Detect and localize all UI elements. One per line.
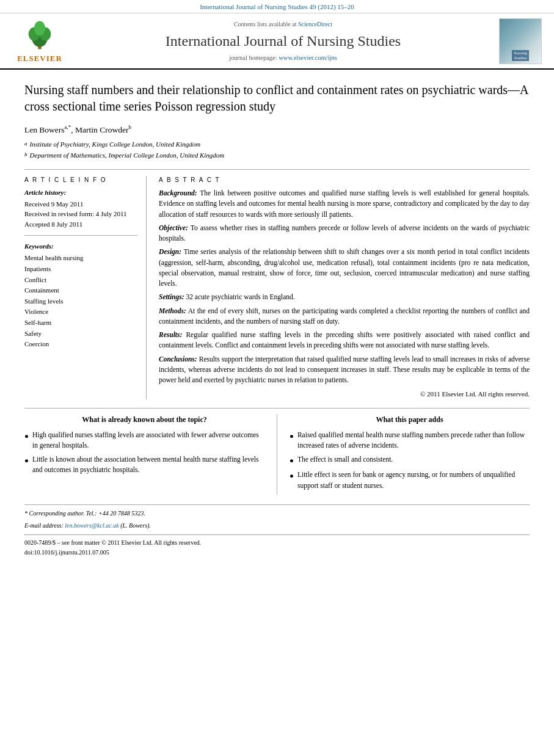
homepage-line: journal homepage: www.elsevier.com/ijns (73, 54, 493, 63)
abstract-methods: Methods: At the end of every shift, nurs… (159, 306, 530, 327)
keyword-7: Self-harm (24, 318, 137, 329)
keywords-section: Keywords: Mental health nursing Inpatien… (24, 242, 137, 350)
thumb-label: NursingStudies (512, 50, 530, 62)
objective-label: Objective: (159, 224, 188, 231)
author2-name: Martin Crowder (75, 125, 128, 134)
abstract-text: Background: The link between positive ou… (159, 188, 530, 399)
affil1-sup: a (24, 139, 27, 150)
methods-label: Methods: (159, 307, 186, 314)
corresponding-note: * Corresponding author. Tel.: +44 20 784… (24, 509, 530, 518)
abstract-design: Design: Time series analysis of the rela… (159, 247, 530, 289)
sciencedirect-link[interactable]: ScienceDirect (298, 21, 332, 27)
elsevier-logo: ELSEVIER (12, 18, 67, 64)
abstract-results: Results: Regular qualified nurse staffin… (159, 330, 530, 351)
main-content: Nursing staff numbers and their relation… (0, 70, 554, 564)
affil1-line: a Institute of Psychiatry, Kings College… (24, 139, 530, 150)
adds-bullet-icon-3: ● (290, 471, 294, 481)
footnote-area: * Corresponding author. Tel.: +44 20 784… (24, 504, 530, 558)
bottom-info-box: What is already known about the topic? ●… (24, 415, 530, 495)
footer-hr (24, 534, 530, 536)
methods-text: At the end of every shift, nurses on the… (159, 307, 530, 325)
background-text: The link between positive outcomes and q… (159, 189, 530, 218)
abstract-column: A B S T R A C T Background: The link bet… (159, 176, 530, 399)
settings-text: 32 acute psychiatric wards in England. (186, 293, 294, 300)
keyword-list: Mental health nursing Inpatients Conflic… (24, 253, 137, 349)
journal-center-info: Contents lists available at ScienceDirec… (73, 20, 493, 63)
affil2-line: b Department of Mathematics, Imperial Co… (24, 150, 530, 161)
revised-date: Received in revised form: 4 July 2011 (24, 209, 137, 219)
journal-title-header: International Journal of Nursing Studies (73, 31, 493, 52)
authors-line: Len Bowersa,*, Martin Crowderb (24, 123, 530, 136)
keyword-3: Conflict (24, 275, 137, 286)
bottom-divider (24, 408, 530, 409)
keyword-4: Containment (24, 285, 137, 296)
journal-header: ELSEVIER Contents lists available at Sci… (0, 13, 554, 69)
email-label: E-mail address: (24, 522, 64, 529)
keywords-label: Keywords: (24, 242, 137, 251)
conclusions-label: Conclusions: (159, 355, 197, 363)
adds-bullets: ● Raised qualified mental health nurse s… (290, 430, 530, 491)
bullet-icon-2: ● (24, 456, 29, 466)
doi-line: doi:10.1016/j.ijnurstu.2011.07.005 (24, 548, 530, 558)
sciencedirect-line: Contents lists available at ScienceDirec… (73, 20, 493, 29)
elsevier-tree-icon (21, 18, 58, 52)
results-text: Regular qualified nurse staffing levels … (159, 331, 530, 349)
abstract-heading: A B S T R A C T (159, 176, 530, 184)
article-body-columns: A R T I C L E I N F O Article history: R… (24, 169, 530, 399)
known-bullet-2: ● Little is known about the association … (24, 454, 264, 476)
abstract-conclusions: Conclusions: Results support the interpr… (159, 354, 530, 386)
keyword-5: Staffing levels (24, 296, 137, 307)
accepted-date: Accepted 8 July 2011 (24, 219, 137, 230)
elsevier-brand-text: ELSEVIER (17, 53, 62, 64)
journal-reference-bar: International Journal of Nursing Studies… (0, 0, 554, 13)
adds-bullet-3: ● Little effect is seen for bank or agen… (290, 470, 530, 491)
abstract-background: Background: The link between positive ou… (159, 188, 530, 220)
adds-bullet-2: ● The effect is small and consistent. (290, 454, 530, 466)
bullet-icon-1: ● (24, 431, 29, 442)
author1-name: Len Bowers (24, 125, 65, 134)
copyright-line: © 2011 Elsevier Ltd. All rights reserved… (159, 389, 530, 399)
objective-text: To assess whether rises in staffing numb… (159, 224, 530, 242)
info-divider (24, 235, 137, 236)
adds-bullet-icon-2: ● (290, 456, 294, 466)
article-history-section: Article history: Received 9 May 2011 Rec… (24, 188, 137, 229)
affil2-text: Department of Mathematics, Imperial Coll… (30, 150, 225, 161)
article-info-heading: A R T I C L E I N F O (24, 176, 137, 184)
keyword-1: Mental health nursing (24, 253, 137, 264)
known-bullet-1: ● High qualified nurses staffing levels … (24, 430, 264, 451)
adds-bullet-icon-1: ● (290, 431, 294, 442)
keyword-8: Safety (24, 329, 137, 340)
adds-bullet-1: ● Raised qualified mental health nurse s… (290, 430, 530, 451)
email-line: E-mail address: len.bowers@kcl.ac.uk (L.… (24, 521, 530, 531)
keyword-2: Inpatients (24, 264, 137, 275)
affiliations: a Institute of Psychiatry, Kings College… (24, 139, 530, 161)
received-date: Received 9 May 2011 (24, 199, 137, 209)
journal-reference-text: International Journal of Nursing Studies… (200, 3, 354, 10)
keyword-9: Coercion (24, 339, 137, 350)
article-info-column: A R T I C L E I N F O Article history: R… (24, 176, 147, 399)
affil2-sup: b (24, 150, 27, 161)
adds-box: What this paper adds ● Raised qualified … (290, 415, 530, 495)
background-label: Background: (159, 189, 197, 197)
paper-title: Nursing staff numbers and their relation… (24, 82, 530, 115)
known-heading: What is already known about the topic? (24, 415, 264, 425)
journal-thumbnail: NursingStudies (499, 18, 542, 64)
keyword-6: Violence (24, 307, 137, 318)
homepage-link[interactable]: www.elsevier.com/ijns (279, 54, 337, 61)
abstract-objective: Objective: To assess whether rises in st… (159, 223, 530, 244)
abstract-settings: Settings: 32 acute psychiatric wards in … (159, 292, 530, 302)
email-suffix: (L. Bowers). (120, 522, 151, 529)
settings-label: Settings: (159, 293, 184, 300)
corresponding-text: * Corresponding author. Tel.: +44 20 784… (24, 510, 145, 517)
design-label: Design: (159, 248, 181, 255)
history-label: Article history: (24, 188, 137, 197)
svg-point-4 (34, 21, 45, 36)
known-bullets: ● High qualified nurses staffing levels … (24, 430, 264, 476)
article-dates: Received 9 May 2011 Received in revised … (24, 199, 137, 230)
author2-sup: b (128, 124, 131, 130)
results-label: Results: (159, 331, 182, 338)
email-link[interactable]: len.bowers@kcl.ac.uk (65, 522, 118, 529)
conclusions-text: Results support the interpretation that … (159, 355, 530, 384)
adds-heading: What this paper adds (290, 415, 530, 425)
affil1-text: Institute of Psychiatry, Kings College L… (30, 139, 201, 150)
